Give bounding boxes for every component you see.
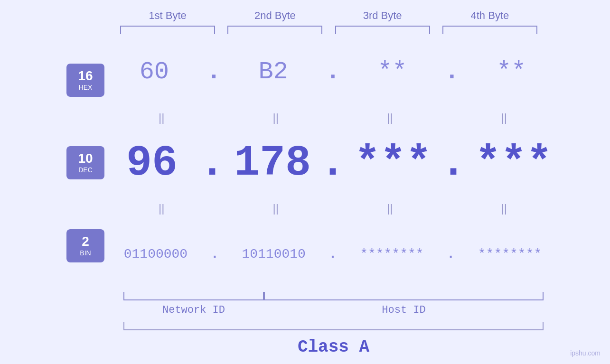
class-label: Class A: [298, 337, 369, 357]
bin-badge: 2 BIN: [66, 229, 104, 262]
dec-badge: 10 DEC: [66, 146, 104, 179]
byte3-header: 3rd Byte: [335, 9, 430, 22]
dot3-dec: .: [441, 142, 466, 185]
bin-b2: 10110010: [226, 247, 321, 261]
byte1-header: 1st Byte: [120, 9, 215, 22]
top-brackets: [66, 26, 544, 34]
eq4: ||: [457, 111, 552, 124]
class-row: Class A: [123, 330, 544, 364]
bracket-b3: [335, 26, 430, 34]
labels-column: 16 HEX 10 DEC 2 BIN: [66, 34, 104, 292]
dot2-hex: .: [325, 58, 340, 86]
hex-label: HEX: [79, 84, 93, 91]
eq1: ||: [114, 111, 209, 124]
dot2-bin: .: [329, 247, 337, 261]
network-id-label: Network ID: [123, 304, 264, 316]
hex-badge: 16 HEX: [66, 64, 104, 97]
hex-num: 16: [78, 69, 93, 83]
bin-row: 01100000 . 10110010 . ******** . *******…: [104, 216, 561, 292]
eq1b: ||: [114, 202, 209, 215]
watermark: ipshu.com: [570, 349, 601, 357]
hex-b3: **: [345, 58, 440, 86]
dot2-dec: .: [320, 142, 346, 185]
hex-b2: B2: [226, 58, 321, 86]
equals-row-1: || || || ||: [104, 110, 561, 125]
byte-headers: 1st Byte 2nd Byte 3rd Byte 4th Byte: [66, 0, 544, 22]
network-bracket: [123, 292, 264, 300]
bracket-b2: [227, 26, 322, 34]
bracket-labels-row: Network ID Host ID: [123, 300, 544, 316]
eq4b: ||: [457, 202, 552, 215]
byte4-header: 4th Byte: [442, 9, 537, 22]
dec-label: DEC: [78, 166, 93, 174]
eq2: ||: [228, 111, 323, 124]
byte2-header: 2nd Byte: [227, 9, 322, 22]
class-bracket: [123, 322, 544, 330]
eq3: ||: [342, 111, 437, 124]
eq3b: ||: [342, 202, 437, 215]
bracket-b1: [120, 26, 215, 34]
dec-b4: ***: [466, 139, 561, 187]
data-rows: 60 . B2 . ** . ** || || || || 96 . 178 .: [104, 34, 561, 292]
bin-b4: ********: [462, 247, 557, 261]
bracket-b4: [442, 26, 537, 34]
dot3-bin: .: [447, 247, 455, 261]
main-container: 1st Byte 2nd Byte 3rd Byte 4th Byte 16 H…: [0, 0, 610, 364]
hex-b1: 60: [107, 58, 202, 86]
bin-label: BIN: [80, 249, 91, 257]
bottom-brackets-area: Network ID Host ID Class A: [66, 292, 544, 364]
dot1-bin: .: [211, 247, 219, 261]
dec-b1: 96: [104, 139, 199, 187]
dec-b2: 178: [225, 139, 320, 187]
bin-num: 2: [82, 235, 89, 248]
dec-num: 10: [78, 152, 93, 165]
dot1-dec: .: [199, 142, 225, 185]
hex-b4: **: [464, 58, 559, 86]
bottom-bracket-row: [123, 292, 544, 300]
dec-row: 96 . 178 . *** . ***: [104, 125, 561, 201]
host-id-label: Host ID: [264, 304, 544, 316]
host-bracket: [264, 292, 544, 300]
dot1-hex: .: [206, 58, 221, 86]
dec-b3: ***: [346, 139, 441, 187]
dot3-hex: .: [444, 58, 459, 86]
equals-row-2: || || || ||: [104, 201, 561, 216]
hex-row: 60 . B2 . ** . **: [104, 34, 561, 110]
bin-b3: ********: [344, 247, 439, 261]
bin-b1: 01100000: [108, 247, 203, 261]
eq2b: ||: [228, 202, 323, 215]
content-area: 16 HEX 10 DEC 2 BIN 60 . B2 . ** . **: [66, 34, 544, 292]
